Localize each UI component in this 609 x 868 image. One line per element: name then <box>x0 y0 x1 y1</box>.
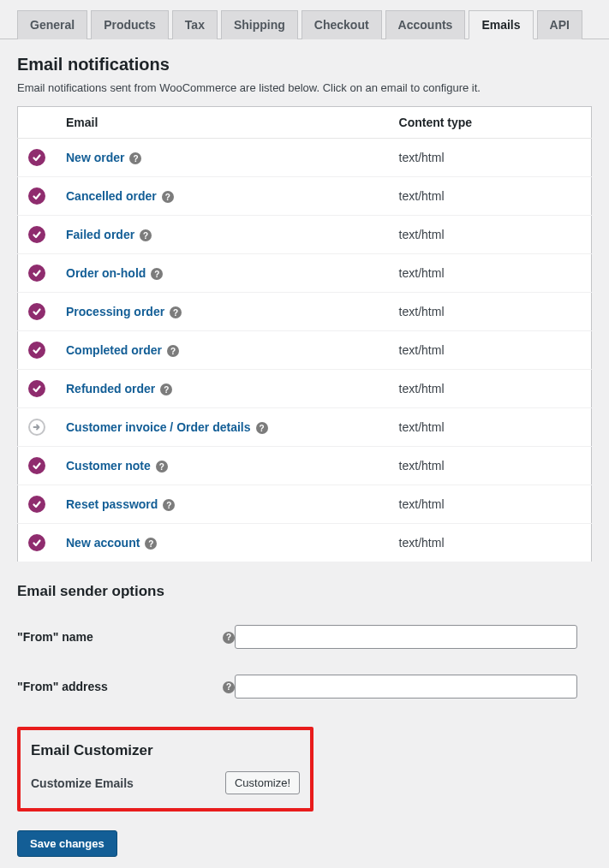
table-row[interactable]: Customer note?text/html <box>18 447 592 485</box>
status-enabled-icon <box>28 380 45 397</box>
status-enabled-icon <box>28 457 45 474</box>
table-row[interactable]: Cancelled order?text/html <box>18 177 592 216</box>
email-customizer-highlight: Email Customizer Customize Emails Custom… <box>17 727 313 812</box>
content-type-cell: text/html <box>389 524 592 562</box>
table-row[interactable]: New order?text/html <box>18 139 592 177</box>
content-type-cell: text/html <box>389 408 592 447</box>
email-name-link[interactable]: New order <box>66 151 124 164</box>
tab-general[interactable]: General <box>17 10 87 39</box>
col-content-type[interactable]: Content type <box>389 107 592 139</box>
status-enabled-icon <box>28 496 45 513</box>
email-name-link[interactable]: Order on-hold <box>66 266 146 280</box>
help-icon[interactable]: ? <box>163 499 175 511</box>
status-enabled-icon <box>28 265 45 282</box>
email-name-link[interactable]: Completed order <box>66 343 162 357</box>
content-type-cell: text/html <box>389 254 592 293</box>
save-changes-button[interactable]: Save changes <box>17 830 117 857</box>
help-icon[interactable]: ? <box>162 191 174 203</box>
sender-heading: Email sender options <box>17 583 592 600</box>
customize-button[interactable]: Customize! <box>225 771 300 794</box>
help-icon[interactable]: ? <box>156 461 168 473</box>
table-row[interactable]: New account?text/html <box>18 524 592 562</box>
table-row[interactable]: Reset password?text/html <box>18 485 592 524</box>
table-row[interactable]: Processing order?text/html <box>18 293 592 331</box>
tab-accounts[interactable]: Accounts <box>385 10 466 39</box>
email-name-link[interactable]: Refunded order <box>66 382 155 395</box>
status-manual-icon <box>28 419 45 436</box>
content-type-cell: text/html <box>389 370 592 408</box>
col-status <box>18 107 57 139</box>
email-name-link[interactable]: Reset password <box>66 497 158 511</box>
content-type-cell: text/html <box>389 331 592 370</box>
col-email[interactable]: Email <box>56 107 389 139</box>
email-name-link[interactable]: Processing order <box>66 305 164 318</box>
tab-tax[interactable]: Tax <box>172 10 218 39</box>
tab-shipping[interactable]: Shipping <box>221 10 298 39</box>
section-description: Email notifications sent from WooCommerc… <box>17 81 592 94</box>
help-icon[interactable]: ? <box>256 422 268 434</box>
status-enabled-icon <box>28 342 45 359</box>
help-icon[interactable]: ? <box>167 345 179 357</box>
help-icon[interactable]: ? <box>140 229 152 241</box>
from-name-input[interactable] <box>235 625 577 649</box>
table-row[interactable]: Refunded order?text/html <box>18 370 592 408</box>
table-row[interactable]: Order on-hold?text/html <box>18 254 592 293</box>
tab-api[interactable]: API <box>537 10 582 39</box>
from-address-input[interactable] <box>235 675 577 699</box>
content-type-cell: text/html <box>389 293 592 331</box>
content-type-cell: text/html <box>389 216 592 254</box>
status-enabled-icon <box>28 303 45 320</box>
content-type-cell: text/html <box>389 447 592 485</box>
help-icon[interactable]: ? <box>151 268 163 280</box>
status-enabled-icon <box>28 149 45 166</box>
help-icon[interactable]: ? <box>145 538 157 550</box>
content-type-cell: text/html <box>389 177 592 216</box>
table-row[interactable]: Customer invoice / Order details?text/ht… <box>18 408 592 447</box>
from-name-label: "From" name <box>17 612 214 662</box>
customizer-row-label: Customize Emails <box>31 776 134 790</box>
tab-products[interactable]: Products <box>91 10 169 39</box>
email-name-link[interactable]: Customer invoice / Order details <box>66 420 251 434</box>
customizer-heading: Email Customizer <box>31 742 300 759</box>
email-name-link[interactable]: Failed order <box>66 228 134 241</box>
email-name-link[interactable]: Cancelled order <box>66 189 157 203</box>
email-notifications-table: Email Content type New order?text/htmlCa… <box>17 106 592 562</box>
section-heading: Email notifications <box>17 55 592 74</box>
help-icon[interactable]: ? <box>223 632 235 644</box>
help-icon[interactable]: ? <box>223 681 235 693</box>
from-address-label: "From" address <box>17 662 214 711</box>
email-name-link[interactable]: Customer note <box>66 459 151 473</box>
sender-options-form: "From" name ? "From" address ? <box>17 612 592 711</box>
help-icon[interactable]: ? <box>129 152 141 164</box>
table-row[interactable]: Failed order?text/html <box>18 216 592 254</box>
tab-emails[interactable]: Emails <box>469 10 533 39</box>
email-name-link[interactable]: New account <box>66 536 140 550</box>
content-type-cell: text/html <box>389 485 592 524</box>
tab-checkout[interactable]: Checkout <box>302 10 382 39</box>
settings-tabs: GeneralProductsTaxShippingCheckoutAccoun… <box>0 0 609 39</box>
help-icon[interactable]: ? <box>160 383 172 395</box>
table-row[interactable]: Completed order?text/html <box>18 331 592 370</box>
status-enabled-icon <box>28 534 45 551</box>
content-type-cell: text/html <box>389 139 592 177</box>
status-enabled-icon <box>28 226 45 243</box>
status-enabled-icon <box>28 187 45 205</box>
help-icon[interactable]: ? <box>170 306 182 318</box>
